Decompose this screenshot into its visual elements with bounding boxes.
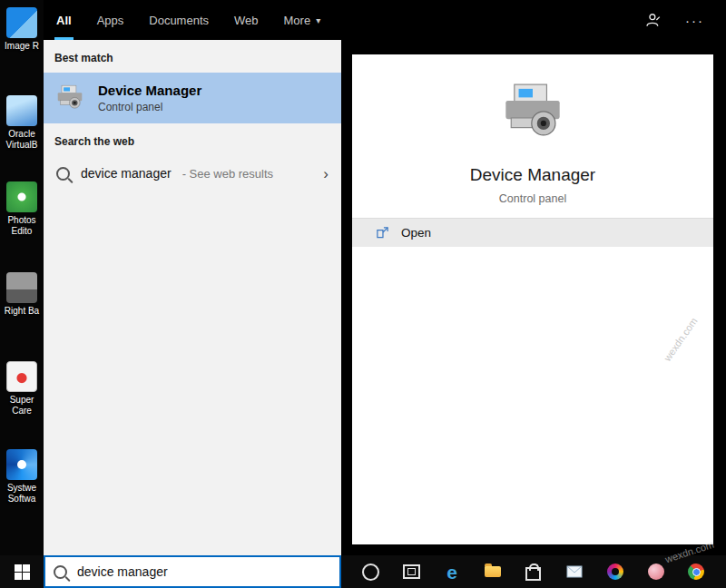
desktop-icon-label: Systwe: [0, 483, 44, 494]
desktop-icon-label: Softwa: [0, 494, 44, 505]
device-manager-icon: [498, 78, 567, 147]
system-software-icon: [6, 449, 37, 480]
result-device-manager[interactable]: Device Manager Control panel: [44, 73, 341, 123]
tab-label: Web: [234, 14, 259, 27]
tab-label: All: [56, 14, 72, 27]
desktop-icon-label: Care: [0, 406, 44, 416]
chrome-icon[interactable]: [686, 562, 706, 582]
image-app-icon: [6, 7, 37, 38]
tab-label: Documents: [149, 14, 209, 27]
more-options-icon[interactable]: ···: [685, 13, 704, 28]
tab-apps[interactable]: Apps: [84, 0, 137, 40]
web-result-device-manager[interactable]: device manager - See web results ›: [44, 156, 341, 191]
desktop-icon-label: Right Ba: [0, 306, 44, 317]
search-input[interactable]: [75, 564, 331, 580]
desktop-icon-super-care[interactable]: Super Care: [0, 361, 44, 416]
pink-app-icon[interactable]: [646, 562, 666, 582]
windows-logo-icon: [15, 564, 30, 580]
preview-subtitle: Control panel: [352, 192, 713, 205]
best-match-header: Best match: [44, 40, 341, 73]
desktop-icon-label: Image R: [0, 41, 44, 52]
mail-icon[interactable]: [564, 562, 584, 582]
device-manager-icon: [54, 83, 85, 113]
super-care-icon: [6, 361, 37, 392]
desktop-icon-label: Oracle: [0, 129, 44, 140]
result-subtitle: Control panel: [98, 101, 201, 113]
desktop-icon-label: Photos: [0, 215, 44, 226]
open-label: Open: [401, 226, 431, 240]
open-action[interactable]: Open: [352, 218, 713, 247]
preview-card: Device Manager Control panel Open: [352, 54, 713, 544]
photos-editor-icon: [6, 181, 37, 212]
tab-more[interactable]: More ▾: [271, 0, 334, 40]
image-file-icon: [6, 272, 37, 303]
feedback-icon[interactable]: [645, 12, 662, 28]
desktop-icon-image-resizer[interactable]: Image R: [0, 7, 44, 52]
desktop-icon-photos-editor[interactable]: Photos Edito: [0, 181, 44, 237]
taskbar: e: [0, 555, 726, 588]
chevron-right-icon[interactable]: ›: [323, 166, 329, 181]
desktop-icon-virtualbox[interactable]: Oracle VirtualB: [0, 95, 44, 151]
search-icon: [54, 565, 67, 579]
preview-area: Device Manager Control panel Open: [341, 40, 726, 555]
start-button[interactable]: [0, 555, 44, 588]
search-tab-bar: All Apps Documents Web More ▾ ···: [44, 0, 726, 40]
tab-web[interactable]: Web: [221, 0, 271, 40]
task-view-icon[interactable]: [401, 562, 421, 582]
virtualbox-icon: [6, 95, 37, 126]
tab-all[interactable]: All: [44, 0, 84, 40]
tab-label: Apps: [97, 14, 124, 27]
web-result-suffix: - See web results: [182, 167, 273, 181]
windows-search-screen: Image R Oracle VirtualB Photos Edito Rig…: [0, 0, 726, 588]
desktop-icon-system-software[interactable]: Systwe Softwa: [0, 449, 44, 505]
chevron-down-icon: ▾: [316, 15, 320, 25]
web-result-query: device manager: [81, 166, 172, 181]
paint-3d-icon[interactable]: [605, 562, 625, 582]
tab-label: More: [284, 14, 311, 27]
desktop-icon-right-backup[interactable]: Right Ba: [0, 272, 44, 317]
desktop-strip: Image R Oracle VirtualB Photos Edito Rig…: [0, 0, 44, 555]
desktop-icon-label: VirtualB: [0, 140, 44, 151]
open-icon: [376, 226, 389, 240]
desktop-icon-label: Edito: [0, 226, 44, 237]
store-icon[interactable]: [524, 562, 544, 582]
cortana-icon[interactable]: [360, 562, 380, 582]
result-title: Device Manager: [98, 83, 201, 98]
taskbar-search-box[interactable]: [44, 555, 341, 588]
desktop-icon-label: Super: [0, 395, 44, 406]
taskbar-icons: e: [341, 555, 726, 588]
preview-title: Device Manager: [352, 165, 713, 185]
edge-browser-icon[interactable]: e: [442, 562, 462, 582]
file-explorer-icon[interactable]: [483, 562, 503, 582]
search-web-header: Search the web: [44, 123, 341, 156]
search-results-panel: Best match Device Manager Control panel …: [44, 40, 341, 555]
tab-documents[interactable]: Documents: [136, 0, 221, 40]
search-icon: [56, 167, 70, 181]
